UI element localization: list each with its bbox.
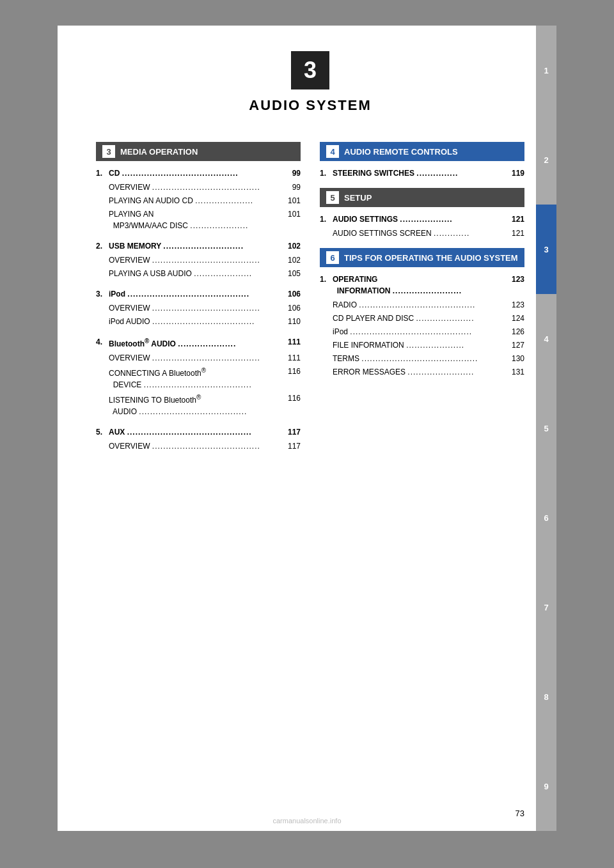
file-info-text: FILE INFORMATION .....................: [333, 339, 505, 351]
toc-sub-overview-bt: OVERVIEW ...............................…: [96, 352, 301, 364]
section4-group: 4 AUDIO REMOTE CONTROLS 1. STEERING SWIT…: [320, 142, 524, 179]
ipod-page: 106: [281, 288, 301, 300]
section4-num: 4: [326, 145, 339, 158]
connecting-bt-page: 116: [281, 366, 301, 391]
toc-group-bt: 4. Bluetooth® AUDIO ....................…: [96, 336, 301, 417]
section5-label: SETUP: [344, 193, 372, 203]
bt-text: Bluetooth® AUDIO .....................: [109, 336, 281, 350]
listening-bt-text: LISTENING TO Bluetooth® AUDIO ..........…: [109, 392, 281, 417]
cd-text: CD .....................................…: [109, 167, 281, 179]
as-num: 1.: [320, 213, 333, 225]
toc-sub-ipod-right: iPod ...................................…: [320, 326, 524, 337]
toc-item-audio-settings: 1. AUDIO SETTINGS ................... 12…: [320, 213, 524, 225]
ipod-text: iPod ...................................…: [109, 288, 281, 300]
section6-label: TIPS FOR OPERATING THE AUDIO SYSTEM: [344, 253, 518, 263]
sidebar-tab-8[interactable]: 8: [536, 652, 556, 741]
sidebar-tab-7[interactable]: 7: [536, 562, 556, 652]
ipod-num: 3.: [96, 288, 109, 300]
listening-bt-page: 116: [281, 392, 301, 417]
ipod-audio-text: iPod AUDIO .............................…: [109, 316, 281, 327]
as-page: 121: [505, 213, 524, 225]
overview-cd-page: 99: [281, 182, 301, 193]
ass-page: 121: [505, 228, 524, 239]
radio-page: 123: [505, 299, 524, 311]
toc-item-aux: 5. AUX .................................…: [96, 426, 301, 438]
toc-item-usb: 2. USB MEMORY ..........................…: [96, 240, 301, 252]
playing-usb-text: PLAYING A USB AUDIO ....................…: [109, 268, 281, 279]
sidebar-tab-1[interactable]: 1: [536, 26, 556, 115]
section5-header: 5 SETUP: [320, 188, 524, 207]
ipod-audio-page: 110: [281, 316, 301, 327]
steering-page: 119: [505, 167, 524, 179]
ipod-right-page: 126: [505, 326, 524, 337]
section4-label: AUDIO REMOTE CONTROLS: [344, 147, 458, 157]
toc-group-cd: 1. CD ..................................…: [96, 167, 301, 231]
overview-usb-page: 102: [281, 254, 301, 266]
toc-sub-audio-settings-screen: AUDIO SETTINGS SCREEN ............. 121: [320, 228, 524, 239]
cd-num: 1.: [96, 167, 109, 179]
toc-sub-playing-mp3: PLAYING AN MP3/WMA/AAC DISC ............…: [96, 208, 301, 231]
ipod-right-text: iPod ...................................…: [333, 326, 505, 337]
toc-sub-cd-player: CD PLAYER AND DISC .....................…: [320, 313, 524, 324]
sidebar-tab-6[interactable]: 6: [536, 473, 556, 562]
cd-player-text: CD PLAYER AND DISC .....................: [333, 313, 505, 324]
toc-sub-listening-bt: LISTENING TO Bluetooth® AUDIO ..........…: [96, 392, 301, 417]
overview-ipod-text: OVERVIEW ...............................…: [109, 302, 281, 314]
content-area: 3 MEDIA OPERATION 1. CD ................…: [96, 142, 524, 461]
playing-audio-cd-text: PLAYING AN AUDIO CD ....................…: [109, 195, 281, 206]
section6-num: 6: [326, 251, 339, 264]
bt-page: 111: [281, 336, 301, 350]
overview-usb-text: OVERVIEW ...............................…: [109, 254, 281, 266]
overview-aux-page: 117: [281, 440, 301, 452]
toc-sub-connecting-bt: CONNECTING A Bluetooth® DEVICE .........…: [96, 366, 301, 391]
file-info-page: 127: [505, 339, 524, 351]
bt-num: 4.: [96, 336, 109, 350]
cd-player-page: 124: [505, 313, 524, 324]
sidebar: 1 2 3 4 5 6 7 8 9: [536, 26, 556, 831]
radio-text: RADIO ..................................…: [333, 299, 505, 311]
toc-sub-overview-cd: OVERVIEW ...............................…: [96, 182, 301, 193]
toc-item-ipod: 3. iPod ................................…: [96, 288, 301, 300]
aux-text: AUX ....................................…: [109, 426, 281, 438]
sidebar-tab-2[interactable]: 2: [536, 115, 556, 205]
usb-num: 2.: [96, 240, 109, 252]
error-text: ERROR MESSAGES ........................: [333, 366, 505, 378]
steering-text: STEERING SWITCHES ...............: [333, 167, 505, 179]
toc-sub-radio: RADIO ..................................…: [320, 299, 524, 311]
oi-page: 123: [505, 274, 524, 297]
overview-bt-text: OVERVIEW ...............................…: [109, 352, 281, 364]
left-column: 3 MEDIA OPERATION 1. CD ................…: [96, 142, 301, 461]
ass-text: AUDIO SETTINGS SCREEN .............: [333, 228, 505, 239]
cd-page: 99: [281, 167, 301, 179]
error-page: 131: [505, 366, 524, 378]
section5-num: 5: [326, 191, 339, 204]
watermark: carmanualsonline.info: [272, 817, 341, 825]
aux-num: 5.: [96, 426, 109, 438]
chapter-number: 3: [291, 51, 329, 89]
right-column: 4 AUDIO REMOTE CONTROLS 1. STEERING SWIT…: [320, 142, 524, 461]
steering-num: 1.: [320, 167, 333, 179]
chapter-title: AUDIO SYSTEM: [249, 97, 371, 114]
page: 1 2 3 4 5 6 7 8 9 3 AUDIO SYSTEM 3 MEDIA…: [58, 26, 556, 831]
toc-group-ipod: 3. iPod ................................…: [96, 288, 301, 327]
oi-num: 1.: [320, 274, 333, 297]
playing-audio-cd-page: 101: [281, 195, 301, 206]
sidebar-tab-9[interactable]: 9: [536, 741, 556, 831]
terms-page: 130: [505, 353, 524, 364]
playing-mp3-page: 101: [281, 208, 301, 231]
section3-header: 3 MEDIA OPERATION: [96, 142, 301, 161]
toc-sub-error-messages: ERROR MESSAGES ........................ …: [320, 366, 524, 378]
sidebar-tab-5[interactable]: 5: [536, 384, 556, 473]
toc-sub-overview-ipod: OVERVIEW ...............................…: [96, 302, 301, 314]
page-number: 73: [516, 809, 524, 818]
toc-item-bt: 4. Bluetooth® AUDIO ....................…: [96, 336, 301, 350]
usb-page: 102: [281, 240, 301, 252]
sidebar-tab-4[interactable]: 4: [536, 294, 556, 384]
terms-text: TERMS ..................................…: [333, 353, 505, 364]
toc-sub-ipod-audio: iPod AUDIO .............................…: [96, 316, 301, 327]
toc-sub-overview-aux: OVERVIEW ...............................…: [96, 440, 301, 452]
section6-group: 6 TIPS FOR OPERATING THE AUDIO SYSTEM 1.…: [320, 248, 524, 378]
section3-num: 3: [102, 145, 115, 158]
overview-cd-text: OVERVIEW ...............................…: [109, 182, 281, 193]
sidebar-tab-3[interactable]: 3: [536, 205, 556, 294]
